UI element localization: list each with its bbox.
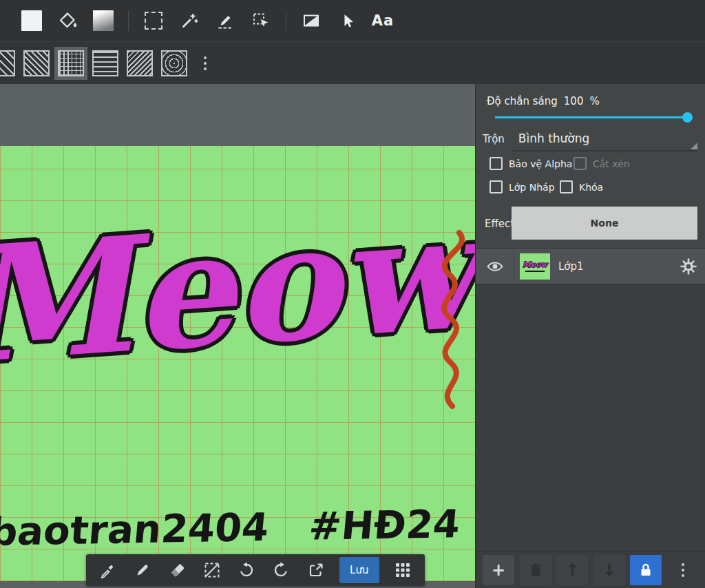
draft-layer-checkbox[interactable]: Lớp Nháp: [490, 180, 555, 193]
layer-thumbnail: Meow: [520, 253, 550, 280]
kebab-dot: [204, 67, 207, 70]
eraser-icon: [169, 561, 187, 579]
rect-select-tool-button[interactable]: [138, 6, 169, 36]
add-layer-button[interactable]: +: [483, 555, 514, 585]
tone-toolbar: [0, 41, 705, 84]
effect-select-button[interactable]: None: [512, 207, 697, 240]
export-button[interactable]: [305, 559, 327, 581]
layer-more-menu-button[interactable]: [667, 555, 699, 585]
move-layer-up-button[interactable]: ↑: [556, 555, 588, 585]
foreground-color-button[interactable]: [17, 6, 47, 36]
split-view-icon: [302, 11, 321, 30]
canvas-quick-toolbar: Lưu: [86, 554, 425, 586]
layer-settings-button[interactable]: [678, 256, 699, 277]
artwork-squiggle: [421, 227, 475, 413]
marquee-select-icon: [145, 12, 162, 30]
kebab-icon: [682, 563, 684, 577]
layer-name: Lớp1: [558, 260, 584, 273]
eraser-button[interactable]: [167, 559, 189, 581]
blend-mode-select[interactable]: Bình thường: [513, 127, 697, 151]
save-button[interactable]: Lưu: [339, 557, 379, 583]
alpha-protect-checkbox[interactable]: Bảo vệ Alpha: [490, 157, 572, 170]
text-tool-label: Aa: [372, 12, 394, 29]
canvas-document[interactable]: Meow baotran2404 #HĐ24: [0, 146, 475, 581]
magic-wand-icon: [180, 11, 199, 30]
paint-app: Aa Meow baotran2404 #HĐ24: [0, 0, 705, 588]
kebab-dot: [682, 563, 684, 566]
arrow-down-icon: ↓: [602, 562, 616, 578]
layer-visibility-toggle[interactable]: [476, 249, 514, 284]
gradient-swatch-icon: [93, 10, 114, 31]
undo-button[interactable]: [235, 559, 257, 581]
lock-layer-checkbox[interactable]: Khóa: [560, 180, 603, 193]
redo-icon: [272, 561, 290, 579]
effect-label: Effect: [485, 218, 514, 230]
split-view-button[interactable]: [296, 6, 326, 36]
tone-diagonal-sparse-button[interactable]: [0, 50, 15, 76]
select-pen-tool-button[interactable]: [210, 6, 240, 36]
tone-diagonal-dense-button[interactable]: [23, 50, 50, 76]
select-move-tool-button[interactable]: [246, 6, 276, 36]
layer-thumbnail-text: Meow: [523, 261, 547, 269]
tone-circles-button[interactable]: [161, 50, 187, 76]
canvas-area[interactable]: Meow baotran2404 #HĐ24: [0, 84, 475, 588]
toolbar-divider: [128, 10, 129, 31]
layer-row[interactable]: Meow Lớp1: [476, 249, 705, 284]
blend-mode-value: Bình thường: [518, 132, 590, 145]
kebab-dot: [682, 574, 684, 577]
tone-horizontal-lines-button[interactable]: [92, 50, 118, 76]
tone-grid-button[interactable]: [58, 50, 84, 76]
deselect-icon: [203, 561, 221, 579]
checkbox-icon: [490, 157, 503, 170]
magic-wand-tool-button[interactable]: [174, 6, 204, 36]
tool-grid-button[interactable]: [392, 559, 414, 581]
checkbox-label: Bảo vệ Alpha: [509, 158, 572, 169]
opacity-slider-track: [495, 116, 686, 118]
checkbox-icon: [574, 157, 587, 170]
delete-layer-button[interactable]: [520, 555, 551, 585]
gear-icon: [680, 258, 697, 275]
arrow-up-icon: ↑: [565, 562, 579, 578]
cursor-tool-button[interactable]: [332, 6, 362, 36]
bucket-icon: [58, 11, 77, 30]
kebab-dot: [204, 56, 207, 59]
pen-icon: [134, 561, 151, 579]
opacity-slider-knob[interactable]: [682, 112, 693, 123]
apps-grid-icon: [394, 562, 411, 578]
plus-icon: +: [492, 562, 505, 578]
workspace: Meow baotran2404 #HĐ24: [0, 84, 705, 588]
deselect-button[interactable]: [201, 559, 223, 581]
tone-more-menu-button[interactable]: [200, 52, 211, 74]
fill-bucket-button[interactable]: [52, 6, 83, 36]
gradient-tool-button[interactable]: [88, 6, 118, 36]
eyedropper-button[interactable]: [97, 559, 119, 581]
opacity-slider[interactable]: [495, 112, 686, 123]
kebab-dot: [682, 569, 684, 571]
tone-diagonal-reverse-button[interactable]: [127, 50, 153, 76]
redo-button[interactable]: [270, 559, 292, 581]
layer-list: Meow Lớp1: [476, 248, 705, 551]
lock-icon: [638, 562, 654, 578]
checkbox-label: Cắt xén: [593, 158, 630, 169]
artwork-title-text: Meow: [0, 191, 475, 386]
opacity-value: 100: [564, 95, 584, 107]
export-icon: [307, 561, 325, 579]
dropdown-corner-icon: [691, 143, 697, 149]
artwork-caption-text: baotran2404 #HĐ24: [0, 501, 462, 554]
toolbar-divider: [286, 10, 286, 31]
layer-thumbnail-caption-mark: [525, 271, 545, 272]
clipping-checkbox[interactable]: Cắt xén: [574, 157, 630, 170]
color-swatch-icon: [21, 10, 42, 31]
layer-actions-bar: + ↑ ↓: [476, 551, 705, 588]
opacity-row: Độ chắn sáng 100 %: [487, 95, 600, 107]
lock-button[interactable]: [630, 555, 662, 585]
trash-icon: [527, 562, 544, 578]
move-layer-down-button[interactable]: ↓: [593, 555, 625, 585]
brush-button[interactable]: [131, 559, 154, 581]
checkbox-label: Lớp Nháp: [509, 182, 555, 193]
main-toolbar: Aa: [0, 0, 705, 41]
layer-panel: Độ chắn sáng 100 % Trộn Bình thường Bảo …: [475, 84, 705, 588]
blend-label: Trộn: [483, 133, 505, 145]
kebab-dot: [204, 62, 207, 65]
text-tool-button[interactable]: Aa: [368, 6, 398, 36]
